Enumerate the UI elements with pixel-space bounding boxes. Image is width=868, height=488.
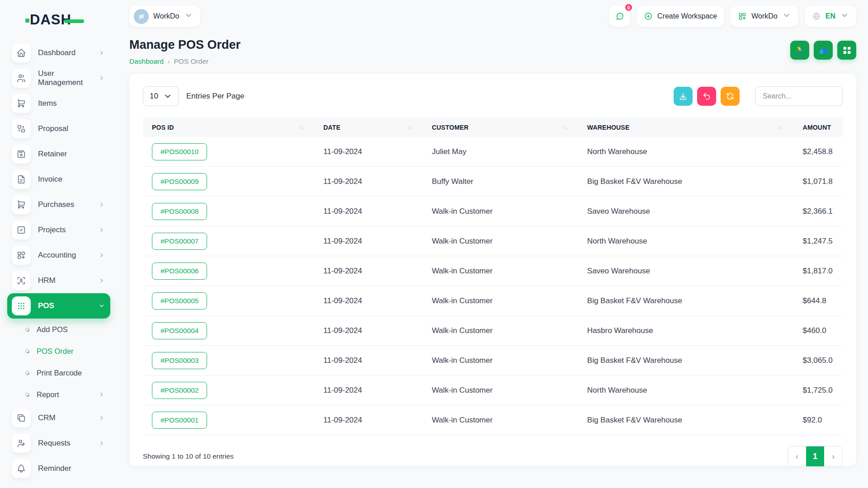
workspace-switcher[interactable]: WorkDo	[129, 6, 200, 27]
create-workspace-button[interactable]: Create Workspace	[637, 6, 724, 27]
order-warehouse: North Warehouse	[578, 147, 794, 156]
order-warehouse: Hasbro Warehouse	[578, 326, 794, 335]
sidebar-item-label: Accounting	[38, 251, 76, 260]
bullet-icon	[24, 327, 30, 333]
breadcrumb-separator: ›	[168, 58, 170, 65]
order-customer: Walk-in Customer	[423, 356, 578, 365]
pagination-next-button[interactable]: ›	[824, 446, 842, 466]
pos-id-badge[interactable]: #POS00007	[152, 233, 207, 250]
sidebar-item-accounting[interactable]: Accounting	[7, 243, 110, 268]
pos-id-badge[interactable]: #POS00003	[152, 352, 207, 369]
sidebar-item-crm[interactable]: CRM	[7, 405, 110, 431]
sidebar-item-retainer[interactable]: Retainer	[7, 141, 110, 167]
order-warehouse: North Warehouse	[578, 237, 794, 246]
sidebar-item-label: Projects	[38, 225, 66, 235]
pos-order-card: 10 Entries Per Page POS ID↑↓DATE↑↓CUSTOM…	[129, 74, 856, 466]
sidebar-subitem-print-barcode[interactable]: Print Barcode	[7, 362, 110, 384]
pos-id-badge[interactable]: #POS00002	[152, 382, 207, 399]
column-header-pos-id[interactable]: POS ID↑↓	[143, 124, 314, 131]
column-header-label: DATE	[323, 124, 340, 131]
sidebar-item-label: CRM	[38, 413, 56, 422]
table-row: #POS0000411-09-2024Walk-in CustomerHasbr…	[143, 316, 843, 346]
page-title: Manage POS Order	[129, 38, 241, 52]
toolbar-buttons	[674, 87, 740, 106]
pos-id-badge[interactable]: #POS00005	[152, 292, 207, 310]
entries-per-page-label: Entries Per Page	[186, 92, 245, 101]
pos-id-badge[interactable]: #POS00010	[152, 143, 207, 160]
sidebar-item-purchases[interactable]: Purchases	[7, 192, 110, 217]
order-warehouse: Big Basket F&V Warehouse	[578, 356, 794, 365]
order-date: 11-09-2024	[314, 267, 423, 276]
sidebar-item-invoice[interactable]: Invoice	[7, 167, 110, 192]
workspace-name: WorkDo	[153, 12, 179, 20]
column-header-amount: AMOUNT	[794, 124, 843, 131]
table-row: #POS0000211-09-2024Walk-in CustomerNorth…	[143, 375, 843, 405]
bullet-icon	[24, 392, 30, 398]
sidebar-item-reminder[interactable]: Reminder	[7, 456, 110, 481]
gdrive-icon	[794, 45, 806, 56]
google-drive-button[interactable]	[790, 41, 809, 60]
table-toolbar: 10 Entries Per Page	[143, 86, 843, 106]
onedrive-icon	[818, 45, 829, 56]
table-body: #POS0001011-09-2024Juliet MayNorth Wareh…	[143, 137, 843, 435]
pos-id-badge[interactable]: #POS00009	[152, 173, 207, 190]
order-amount: $3,065.0	[794, 356, 843, 365]
sidebar-subitem-report[interactable]: Report	[7, 384, 110, 405]
chevron-right-icon	[99, 75, 105, 81]
pos-id-badge[interactable]: #POS00006	[152, 263, 207, 280]
messages-button[interactable]: 0	[609, 6, 630, 27]
sidebar-item-user-management[interactable]: User Management	[7, 66, 110, 91]
sidebar-item-dashboard[interactable]: Dashboard	[7, 40, 110, 66]
app-logo[interactable]: DASH	[30, 13, 110, 27]
sort-icon: ↑↓	[407, 124, 411, 131]
sidebar-subitem-pos-order[interactable]: POS Order	[7, 340, 110, 362]
order-date: 11-09-2024	[314, 386, 423, 395]
language-label: EN	[826, 12, 835, 20]
table-row: #POS0000611-09-2024Walk-in CustomerSaveo…	[143, 256, 843, 286]
column-header-customer[interactable]: CUSTOMER↑↓	[423, 124, 578, 131]
chev-down-icon	[840, 11, 849, 20]
order-customer: Walk-in Customer	[423, 386, 578, 395]
sidebar-item-requests[interactable]: Requests	[7, 431, 110, 456]
app-menu-button[interactable]: WorkDo	[731, 6, 798, 27]
language-selector[interactable]: EN	[805, 6, 856, 27]
messages-badge: 0	[624, 3, 633, 12]
order-amount: $2,366.1	[794, 207, 843, 216]
sidebar-item-items[interactable]: Items	[7, 91, 110, 116]
sidebar-item-projects[interactable]: Projects	[7, 217, 110, 243]
pos-id-badge[interactable]: #POS00004	[152, 322, 207, 339]
sidebar-item-label: Requests	[38, 439, 71, 448]
chevron-right-icon	[99, 303, 105, 309]
order-amount: $460.0	[794, 326, 843, 335]
order-date: 11-09-2024	[314, 237, 423, 246]
column-header-warehouse[interactable]: WAREHOUSE↑↓	[578, 124, 794, 131]
breadcrumb: Dashboard › POS Order	[129, 57, 241, 66]
search-input[interactable]	[755, 86, 843, 106]
order-date: 11-09-2024	[314, 147, 423, 156]
breadcrumb-dashboard-link[interactable]: Dashboard	[129, 57, 164, 66]
order-customer: Walk-in Customer	[423, 267, 578, 276]
pagination-page-1-button[interactable]: 1	[806, 446, 824, 466]
sidebar-item-proposal[interactable]: Proposal	[7, 116, 110, 141]
table-row: #POS0000311-09-2024Walk-in CustomerBig B…	[143, 346, 843, 375]
entries-per-page-select[interactable]: 10	[143, 86, 179, 106]
sidebar-item-hrm[interactable]: HRM	[7, 268, 110, 293]
reset-button[interactable]	[697, 87, 716, 106]
chevron-right-icon	[99, 277, 105, 284]
onedrive-button[interactable]	[814, 41, 833, 60]
grid-view-button[interactable]	[837, 41, 856, 60]
reload-button[interactable]	[721, 87, 740, 106]
column-header-date[interactable]: DATE↑↓	[314, 124, 423, 131]
export-button[interactable]	[674, 87, 693, 106]
sidebar-subitem-add-pos[interactable]: Add POS	[7, 319, 110, 340]
sidebar-item-pos[interactable]: POS	[7, 293, 110, 319]
pos-id-badge[interactable]: #POS00001	[152, 412, 207, 429]
column-header-label: CUSTOMER	[432, 124, 468, 131]
file-text-icon	[12, 170, 31, 189]
pagination-prev-button[interactable]: ‹	[788, 446, 806, 466]
main-content: WorkDo 0 Create Workspace WorkDo EN	[117, 0, 868, 466]
order-customer: Walk-in Customer	[423, 207, 578, 216]
pos-id-badge[interactable]: #POS00008	[152, 203, 207, 220]
grid-plus-icon	[12, 246, 31, 265]
chevron-right-icon	[99, 440, 105, 446]
